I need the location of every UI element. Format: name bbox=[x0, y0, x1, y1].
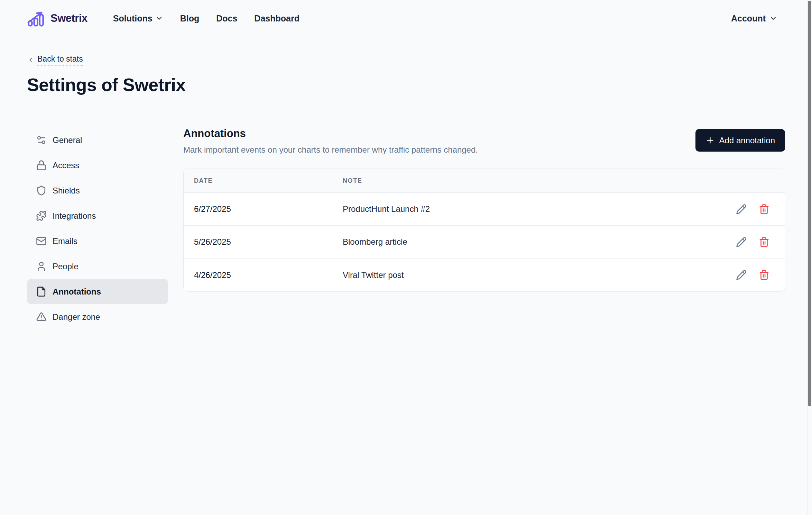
pencil-icon bbox=[736, 270, 747, 280]
sidebar-item-label: General bbox=[53, 135, 82, 145]
delete-annotation-button[interactable] bbox=[759, 237, 769, 247]
brand-wordmark: Swetrix bbox=[50, 12, 87, 25]
sidebar-item-annotations[interactable]: Annotations bbox=[27, 279, 168, 304]
sidebar-item-shields[interactable]: Shields bbox=[27, 178, 168, 203]
sidebar-item-label: Access bbox=[53, 161, 79, 170]
annotations-table: DATE NOTE 6/27/2025 ProductHunt Launch #… bbox=[183, 169, 785, 292]
account-menu[interactable]: Account bbox=[731, 13, 777, 24]
scrollbar-thumb[interactable] bbox=[808, 1, 811, 406]
sidebar-item-danger-zone[interactable]: Danger zone bbox=[27, 304, 168, 329]
nav-links: Solutions Blog Docs Dashboard bbox=[113, 13, 299, 24]
back-link-label: Back to stats bbox=[37, 54, 83, 65]
delete-annotation-button[interactable] bbox=[759, 270, 769, 280]
trash-icon bbox=[759, 237, 769, 247]
sidebar-item-access[interactable]: Access bbox=[27, 153, 168, 178]
plus-icon bbox=[705, 136, 715, 145]
sidebar-item-label: Annotations bbox=[53, 287, 101, 297]
annotation-note: Viral Twitter post bbox=[343, 270, 736, 280]
nav-item-solutions[interactable]: Solutions bbox=[113, 13, 163, 24]
nav-item-solutions-label: Solutions bbox=[113, 13, 153, 24]
account-label: Account bbox=[731, 13, 766, 24]
edit-annotation-button[interactable] bbox=[736, 237, 747, 247]
top-navigation: Swetrix Solutions Blog Docs Dashboard Ac… bbox=[0, 0, 812, 37]
bar-chart-arrow-icon bbox=[27, 10, 46, 27]
file-icon bbox=[36, 286, 47, 297]
column-header-date: DATE bbox=[184, 177, 343, 184]
trash-icon bbox=[759, 204, 769, 215]
sidebar-item-emails[interactable]: Emails bbox=[27, 228, 168, 254]
puzzle-icon bbox=[36, 210, 47, 221]
edit-annotation-button[interactable] bbox=[736, 204, 747, 215]
section-description: Mark important events on your charts to … bbox=[183, 145, 478, 155]
column-header-note: NOTE bbox=[343, 177, 785, 184]
section-header: Annotations Mark important events on you… bbox=[183, 127, 785, 155]
section-title: Annotations bbox=[183, 127, 478, 140]
page-title: Settings of Swetrix bbox=[27, 74, 785, 95]
sidebar-item-label: Emails bbox=[53, 236, 77, 246]
chevron-left-icon bbox=[27, 56, 34, 64]
settings-layout: General Access Shields bbox=[27, 127, 785, 329]
lock-icon bbox=[36, 160, 47, 171]
annotations-section: Annotations Mark important events on you… bbox=[183, 127, 785, 292]
edit-annotation-button[interactable] bbox=[736, 270, 747, 280]
delete-annotation-button[interactable] bbox=[759, 204, 769, 215]
row-actions bbox=[736, 237, 785, 247]
trash-icon bbox=[759, 270, 769, 280]
table-header-row: DATE NOTE bbox=[184, 169, 785, 193]
annotation-date: 5/26/2025 bbox=[184, 237, 343, 247]
sidebar-item-general[interactable]: General bbox=[27, 127, 168, 153]
table-row: 5/26/2025 Bloomberg article bbox=[184, 226, 785, 259]
row-actions bbox=[736, 270, 785, 280]
title-divider bbox=[27, 110, 785, 110]
swetrix-logo[interactable]: Swetrix bbox=[27, 10, 87, 27]
warning-triangle-icon bbox=[36, 311, 47, 322]
chevron-down-icon bbox=[155, 14, 163, 22]
nav-item-dashboard[interactable]: Dashboard bbox=[254, 13, 299, 24]
back-to-stats-link[interactable]: Back to stats bbox=[27, 54, 83, 65]
mail-icon bbox=[36, 236, 47, 246]
sidebar-item-integrations[interactable]: Integrations bbox=[27, 203, 168, 228]
pencil-icon bbox=[736, 237, 747, 247]
app-window: Swetrix Solutions Blog Docs Dashboard Ac… bbox=[0, 0, 812, 515]
annotation-note: Bloomberg article bbox=[343, 237, 736, 247]
sidebar-item-label: People bbox=[53, 262, 79, 271]
table-row: 6/27/2025 ProductHunt Launch #2 bbox=[184, 193, 785, 226]
sidebar-item-people[interactable]: People bbox=[27, 254, 168, 279]
annotation-note: ProductHunt Launch #2 bbox=[343, 204, 736, 214]
nav-item-blog[interactable]: Blog bbox=[180, 13, 200, 24]
shield-icon bbox=[36, 185, 47, 196]
sidebar-item-label: Integrations bbox=[53, 211, 96, 221]
sidebar-item-label: Shields bbox=[53, 186, 80, 196]
row-actions bbox=[736, 204, 785, 215]
chevron-down-icon bbox=[769, 14, 777, 22]
add-annotation-button[interactable]: Add annotation bbox=[695, 129, 785, 152]
annotation-date: 4/26/2025 bbox=[184, 270, 343, 280]
user-icon bbox=[36, 261, 47, 272]
table-row: 4/26/2025 Viral Twitter post bbox=[184, 259, 785, 291]
page-content: Back to stats Settings of Swetrix Genera… bbox=[0, 37, 812, 329]
annotation-date: 6/27/2025 bbox=[184, 204, 343, 214]
section-header-text: Annotations Mark important events on you… bbox=[183, 127, 478, 155]
vertical-scrollbar bbox=[807, 0, 812, 515]
pencil-icon bbox=[736, 204, 747, 215]
settings-icon bbox=[36, 135, 47, 145]
add-annotation-label: Add annotation bbox=[719, 136, 775, 145]
nav-item-docs[interactable]: Docs bbox=[216, 13, 237, 24]
sidebar-item-label: Danger zone bbox=[53, 312, 100, 322]
settings-sidebar: General Access Shields bbox=[27, 127, 168, 329]
